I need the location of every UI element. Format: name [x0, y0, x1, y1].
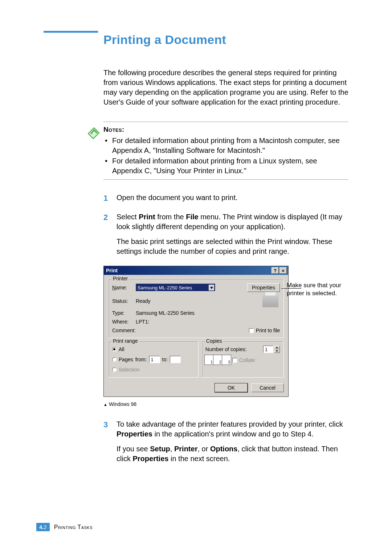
notes-list: For detailed information about printing …	[103, 136, 348, 176]
copies-group: Copies Number of copies: 1	[201, 341, 284, 378]
dialog-title-text: Print	[106, 268, 271, 273]
notes-heading: Notes:	[103, 126, 348, 134]
note-icon	[86, 125, 101, 139]
step-2a-text: Select Print from the File menu. The Pri…	[117, 212, 348, 232]
step-number-3: 3	[103, 419, 108, 430]
spin-down-icon[interactable]	[274, 349, 280, 353]
radio-icon	[112, 357, 117, 362]
step-1-text: Open the document you want to print.	[117, 193, 348, 203]
svg-marker-2	[276, 347, 278, 348]
section-name: Printing Tasks	[54, 524, 93, 530]
printer-legend: Printer	[111, 276, 129, 281]
print-to-file-checkbox[interactable]: Print to file	[249, 328, 280, 333]
radio-icon	[112, 367, 117, 372]
range-legend: Print range	[111, 338, 139, 344]
status-label: Status:	[112, 298, 136, 304]
ok-button[interactable]: OK	[215, 383, 248, 392]
chevron-down-icon[interactable]	[209, 285, 215, 291]
figure-caption: ▲Windows 98	[103, 401, 321, 407]
help-icon[interactable]: ?	[271, 267, 279, 274]
radio-icon	[112, 347, 117, 351]
type-label: Type:	[112, 310, 136, 316]
name-label: Name:	[112, 285, 136, 290]
to-input[interactable]	[170, 356, 181, 363]
properties-button[interactable]: Properties	[247, 283, 280, 292]
notes-divider-bottom	[103, 179, 348, 180]
collate-preview-icon: 1 2 3	[205, 356, 230, 365]
step-number-1: 1	[103, 193, 108, 204]
printer-selected-callout: Make sure that your printer is selected.	[287, 281, 354, 297]
page-title: Printing a Document	[103, 33, 348, 47]
range-selection-radio: Selection	[112, 367, 140, 373]
status-value: Ready	[136, 298, 150, 304]
cancel-button[interactable]: Cancel	[251, 383, 284, 392]
note-item: For detailed information about printing …	[103, 136, 348, 155]
copies-legend: Copies	[205, 338, 224, 344]
svg-marker-1	[210, 287, 213, 289]
page-number: 4.2	[36, 523, 50, 531]
note-item: For detailed information about printing …	[103, 156, 348, 176]
type-value: Samsung ML-2250 Series	[136, 310, 195, 316]
step-2b-text: The basic print settings are selected wi…	[117, 237, 348, 256]
from-input[interactable]: 1	[149, 356, 160, 363]
copies-spin[interactable]: 1	[263, 346, 280, 353]
collate-checkbox: Collate	[232, 357, 255, 363]
step-3b-text: If you see Setup, Printer, or Options, c…	[117, 444, 348, 464]
close-icon[interactable]: ×	[279, 267, 287, 274]
heading-accent-rule	[44, 31, 98, 33]
comment-label: Comment:	[112, 328, 136, 333]
checkbox-icon	[232, 358, 237, 363]
svg-marker-0	[88, 128, 99, 139]
range-all-radio[interactable]: All	[112, 346, 124, 352]
printer-group: Printer Name: Samsung ML-2250 Series Pro…	[108, 278, 284, 338]
step-number-2: 2	[103, 212, 108, 223]
printer-name-combo[interactable]: Samsung ML-2250 Series	[136, 284, 216, 292]
dialog-titlebar[interactable]: Print ? ×	[104, 266, 288, 275]
print-dialog-figure: Make sure that your printer is selected.…	[103, 266, 321, 407]
notes-divider-top	[103, 122, 348, 122]
spin-up-icon[interactable]	[274, 346, 280, 349]
where-value: LPT1:	[136, 319, 149, 325]
range-pages-radio[interactable]: Pages	[112, 357, 133, 362]
step-3a-text: To take advantage of the printer feature…	[117, 419, 348, 439]
printer-icon	[262, 295, 278, 307]
print-dialog: Print ? × Printer Name: Samsung ML-2250 …	[103, 266, 289, 397]
where-label: Where:	[112, 319, 136, 325]
intro-paragraph: The following procedure describes the ge…	[103, 68, 348, 107]
checkbox-icon	[249, 328, 254, 333]
print-range-group: Print range All Pages	[108, 341, 199, 378]
svg-marker-3	[276, 350, 278, 352]
page-footer: 4.2 Printing Tasks	[36, 523, 93, 531]
